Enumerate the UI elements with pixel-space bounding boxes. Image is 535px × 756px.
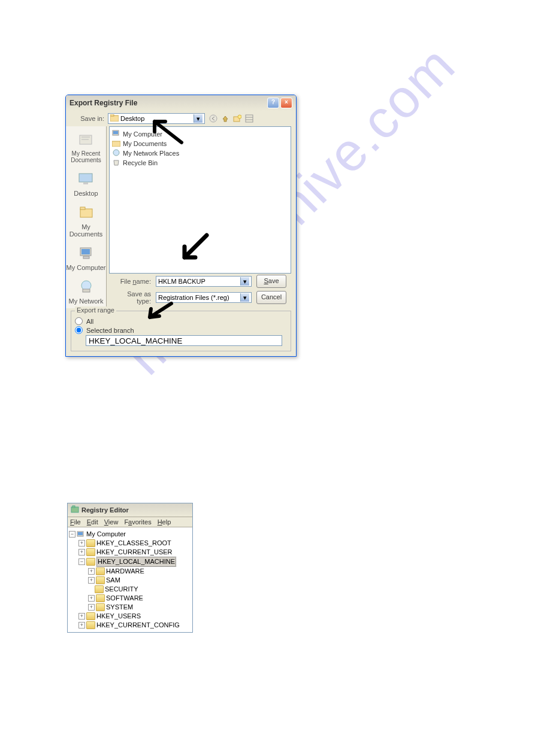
expand-icon[interactable]: + [88, 604, 95, 611]
svg-rect-11 [80, 209, 92, 217]
chevron-down-icon: ▾ [240, 277, 249, 286]
saveas-combo[interactable]: Registration Files (*.reg) ▾ [156, 292, 252, 303]
export-range-title: Export range [75, 306, 116, 314]
branch-input[interactable] [86, 335, 282, 346]
nav-icons [208, 114, 254, 123]
tree-item-hku[interactable]: + HKEY_USERS [69, 612, 191, 621]
files-list[interactable]: My Computer My Documents My Network Plac… [109, 126, 291, 274]
documents-icon [77, 203, 96, 222]
saveas-label: Save as type: [114, 290, 151, 305]
expand-icon[interactable]: + [88, 577, 95, 584]
savein-row: Save in: Desktop ▾ [66, 111, 296, 126]
tree-label: SYSTEM [106, 603, 133, 612]
expand-icon[interactable]: + [78, 549, 85, 555]
menu-view[interactable]: View [104, 518, 119, 526]
saveas-row: Save as type: Registration Files (*.reg)… [109, 289, 291, 308]
collapse-icon[interactable]: − [78, 558, 85, 565]
expand-icon[interactable]: + [78, 540, 85, 546]
folder-icon [86, 558, 95, 566]
filename-input[interactable]: HKLM BACKUP ▾ [156, 276, 252, 287]
tree-label: HKEY_CURRENT_CONFIG [96, 621, 180, 630]
radio-all[interactable]: All [75, 317, 287, 325]
regedit-titlebar: Registry Editor [68, 503, 192, 517]
list-item-label: Recycle Bin [123, 159, 158, 166]
radio-selected[interactable]: Selected branch [75, 326, 287, 334]
desktop-icon [76, 169, 95, 189]
sidebar-item-recent[interactable]: My Recent Documents [66, 130, 106, 163]
recent-icon [77, 130, 96, 149]
list-item-label: My Network Places [123, 150, 179, 157]
cancel-button[interactable]: Cancel [256, 291, 286, 304]
svg-rect-23 [72, 506, 75, 508]
svg-rect-9 [79, 174, 92, 182]
svg-point-4 [238, 115, 241, 119]
regedit-title: Registry Editor [81, 506, 129, 514]
expand-icon[interactable]: + [78, 613, 85, 620]
svg-rect-17 [83, 289, 90, 292]
up-icon[interactable] [220, 114, 230, 123]
savein-value: Desktop [120, 115, 144, 122]
tree-item-sam[interactable]: + SAM [69, 576, 191, 585]
places-bar: My Recent Documents Desktop My Documents… [66, 126, 107, 308]
tree-root[interactable]: − My Computer [69, 530, 191, 539]
svg-rect-10 [83, 183, 88, 184]
svg-point-21 [113, 150, 119, 156]
radio-all-label: All [86, 318, 93, 325]
tree-item-system[interactable]: + SYSTEM [69, 603, 191, 612]
chevron-down-icon: ▾ [240, 293, 249, 302]
dialog-title: Export Registry File [69, 99, 137, 107]
titlebar-buttons: ? × [267, 98, 292, 108]
svg-rect-19 [113, 131, 118, 134]
regedit-icon [71, 505, 79, 515]
views-icon[interactable] [244, 114, 254, 123]
tree-label: HKEY_USERS [96, 612, 141, 621]
sidebar-item-documents[interactable]: My Documents [66, 203, 106, 238]
folder-icon [86, 621, 95, 629]
menu-edit[interactable]: Edit [87, 518, 98, 526]
svg-rect-5 [246, 115, 253, 122]
expand-icon[interactable]: + [88, 568, 95, 575]
menu-favorites[interactable]: Favorites [124, 518, 151, 526]
tree-item-hkcc[interactable]: + HKEY_CURRENT_CONFIG [69, 621, 191, 630]
computer-icon [77, 531, 85, 538]
sidebar-item-network[interactable]: My Network [68, 277, 103, 305]
list-item[interactable]: My Documents [112, 139, 288, 148]
folder-icon [96, 576, 105, 584]
tree-item-hkcr[interactable]: + HKEY_CLASSES_ROOT [69, 539, 191, 548]
list-item-label: My Computer [123, 130, 162, 138]
tree-label-selected: HKEY_LOCAL_MACHINE [96, 557, 176, 567]
collapse-icon[interactable]: − [69, 531, 75, 538]
tree-item-security[interactable]: SECURITY [69, 585, 191, 594]
recycle-icon [112, 159, 120, 167]
radio-selected-input[interactable] [75, 326, 83, 334]
folder-icon [96, 594, 105, 602]
close-button[interactable]: × [280, 98, 292, 108]
menu-file[interactable]: File [70, 518, 81, 526]
svg-rect-14 [81, 249, 90, 254]
expand-icon[interactable]: + [88, 595, 95, 602]
svg-rect-15 [83, 256, 89, 259]
tree-item-hkcu[interactable]: + HKEY_CURRENT_USER [69, 548, 191, 557]
tree-item-hardware[interactable]: + HARDWARE [69, 567, 191, 576]
tree-label: HARDWARE [106, 567, 144, 576]
back-icon[interactable] [208, 114, 218, 123]
tree-item-hklm[interactable]: − HKEY_LOCAL_MACHINE [69, 557, 191, 567]
list-item[interactable]: My Network Places [112, 148, 288, 158]
list-item[interactable]: Recycle Bin [112, 158, 288, 168]
list-item[interactable]: My Computer [112, 129, 288, 139]
help-button[interactable]: ? [267, 98, 279, 108]
tree-label: SOFTWARE [106, 594, 143, 603]
tree-item-software[interactable]: + SOFTWARE [69, 594, 191, 603]
newfolder-icon[interactable] [232, 114, 242, 123]
tree-label: HKEY_CLASSES_ROOT [96, 539, 171, 548]
savein-combo[interactable]: Desktop ▾ [108, 113, 205, 124]
radio-all-input[interactable] [75, 317, 83, 325]
expand-icon[interactable]: + [78, 622, 85, 629]
save-button[interactable]: Save [256, 275, 286, 288]
sidebar-item-desktop[interactable]: Desktop [74, 169, 98, 197]
sidebar-item-computer[interactable]: My Computer [66, 244, 105, 271]
menubar: File Edit View Favorites Help [68, 517, 192, 527]
svg-rect-12 [80, 207, 85, 210]
tree-view[interactable]: − My Computer + HKEY_CLASSES_ROOT + HKEY… [68, 527, 192, 632]
menu-help[interactable]: Help [158, 518, 171, 526]
